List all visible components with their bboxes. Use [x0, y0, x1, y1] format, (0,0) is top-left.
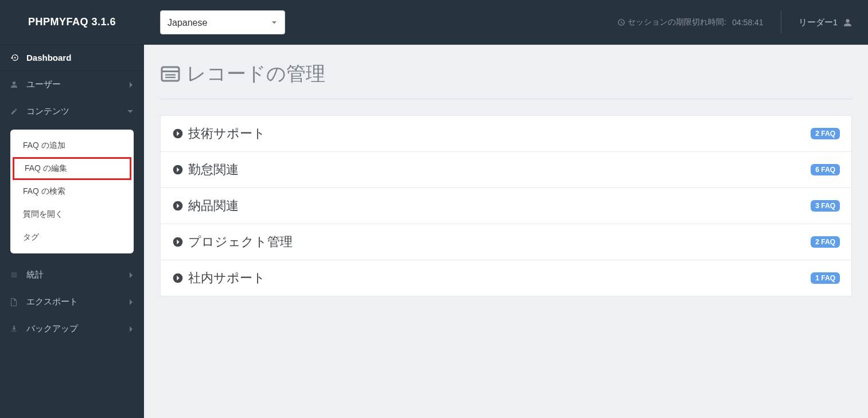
- download-icon: [10, 325, 22, 333]
- app-title: PHPMYFAQ 3.1.6: [28, 16, 116, 28]
- sidebar-nav: Dashboard ユーザー コンテンツ: [0, 45, 144, 342]
- chevron-right-icon: [129, 81, 134, 88]
- file-icon: [10, 298, 22, 306]
- clock-icon: [617, 18, 625, 26]
- user-name: リーダー1: [799, 17, 838, 28]
- sidebar-item-dashboard[interactable]: Dashboard: [0, 45, 144, 71]
- sidebar: PHPMYFAQ 3.1.6 Dashboard ユーザー: [0, 0, 144, 418]
- svg-point-0: [14, 57, 16, 58]
- sidebar-item-users[interactable]: ユーザー: [0, 71, 144, 98]
- chevron-right-icon: [129, 272, 134, 279]
- list-icon: [10, 271, 22, 279]
- records-panel: 技術サポート 2 FAQ 勤怠関連 6 FAQ 納品関連 3 FAQ プロジェク…: [160, 115, 852, 296]
- user-icon: [10, 81, 22, 88]
- app-logo[interactable]: PHPMYFAQ 3.1.6: [0, 0, 144, 45]
- sidebar-item-label: バックアップ: [26, 323, 129, 334]
- record-row[interactable]: 勤怠関連 6 FAQ: [161, 152, 851, 188]
- sidebar-item-label: 統計: [26, 269, 129, 280]
- session-time: 04:58:41: [732, 18, 764, 27]
- user-icon: [843, 18, 852, 27]
- edit-icon: [10, 108, 22, 115]
- dashboard-icon: [10, 53, 22, 62]
- session-label: セッションの期限切れ時間:: [628, 17, 726, 28]
- record-label: 納品関連: [188, 197, 811, 214]
- chevron-down-icon: [127, 110, 134, 114]
- record-label: 技術サポート: [188, 125, 811, 142]
- topbar: Japanese セッションの期限切れ時間: 04:58:41 リーダー1: [144, 0, 868, 45]
- record-label: 勤怠関連: [188, 161, 811, 178]
- arrow-circle-right-icon: [172, 236, 184, 248]
- language-select[interactable]: Japanese: [160, 10, 285, 34]
- submenu-item-search-faq[interactable]: FAQ の検索: [10, 180, 134, 203]
- sidebar-item-export[interactable]: エクスポート: [0, 288, 144, 315]
- submenu-item-tag[interactable]: タグ: [10, 226, 134, 249]
- arrow-circle-right-icon: [172, 272, 184, 284]
- faq-count-badge: 2 FAQ: [811, 236, 840, 248]
- arrow-circle-right-icon: [172, 128, 184, 139]
- sidebar-item-label: Dashboard: [26, 53, 134, 62]
- arrow-circle-right-icon: [172, 164, 184, 175]
- record-label: 社内サポート: [188, 269, 811, 287]
- svg-rect-1: [162, 67, 179, 81]
- contents-submenu: FAQ の追加 FAQ の編集 FAQ の検索 質問を開く タグ: [10, 130, 134, 253]
- sidebar-item-backup[interactable]: バックアップ: [0, 315, 144, 342]
- submenu-item-edit-faq[interactable]: FAQ の編集: [13, 157, 131, 180]
- topbar-divider: [781, 11, 781, 34]
- record-row[interactable]: プロジェクト管理 2 FAQ: [161, 224, 851, 260]
- faq-count-badge: 3 FAQ: [811, 200, 840, 212]
- user-info[interactable]: リーダー1: [799, 17, 852, 28]
- submenu-item-open-question[interactable]: 質問を開く: [10, 203, 134, 226]
- record-row[interactable]: 技術サポート 2 FAQ: [161, 116, 851, 152]
- sidebar-item-label: コンテンツ: [26, 106, 127, 117]
- faq-count-badge: 2 FAQ: [811, 128, 840, 139]
- records-icon: [160, 64, 181, 84]
- session-info: セッションの期限切れ時間: 04:58:41 リーダー1: [617, 11, 852, 34]
- arrow-circle-right-icon: [172, 200, 184, 212]
- faq-count-badge: 1 FAQ: [811, 272, 840, 284]
- submenu-item-add-faq[interactable]: FAQ の追加: [10, 134, 134, 157]
- sidebar-item-label: ユーザー: [26, 79, 129, 90]
- chevron-right-icon: [129, 299, 134, 306]
- faq-count-badge: 6 FAQ: [811, 164, 840, 175]
- record-row[interactable]: 社内サポート 1 FAQ: [161, 260, 851, 296]
- page-header: レコードの管理: [160, 61, 852, 99]
- record-row[interactable]: 納品関連 3 FAQ: [161, 188, 851, 224]
- content: レコードの管理 技術サポート 2 FAQ 勤怠関連 6 FAQ 納品関連 3 F…: [144, 45, 868, 418]
- page-title: レコードの管理: [186, 61, 325, 87]
- main: Japanese セッションの期限切れ時間: 04:58:41 リーダー1: [144, 0, 868, 418]
- sidebar-item-label: エクスポート: [26, 296, 129, 307]
- record-label: プロジェクト管理: [188, 233, 811, 251]
- sidebar-item-stats[interactable]: 統計: [0, 261, 144, 288]
- chevron-right-icon: [129, 326, 134, 333]
- sidebar-item-contents[interactable]: コンテンツ: [0, 98, 144, 125]
